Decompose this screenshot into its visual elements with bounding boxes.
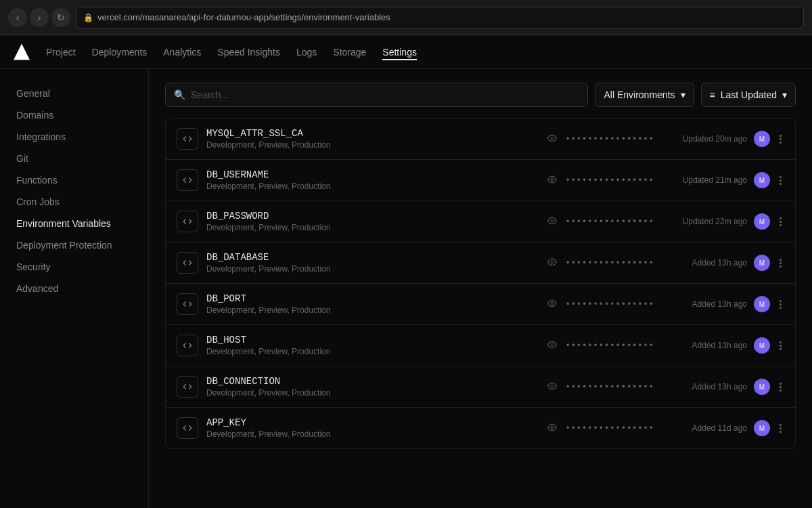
table-row: APP_KEY Development, Preview, Production… bbox=[166, 408, 795, 448]
env-info: MYSQL_ATTR_SSL_CA Development, Preview, … bbox=[206, 128, 537, 150]
nav-analytics[interactable]: Analytics bbox=[163, 44, 201, 60]
visibility-toggle[interactable] bbox=[545, 379, 560, 396]
more-options-button[interactable] bbox=[777, 380, 784, 394]
env-scope: Development, Preview, Production bbox=[206, 223, 537, 232]
sort-dropdown[interactable]: ≡ Last Updated ▾ bbox=[701, 83, 796, 107]
more-options-button[interactable] bbox=[777, 256, 784, 270]
svg-point-5 bbox=[551, 343, 554, 346]
visibility-toggle[interactable] bbox=[545, 296, 560, 313]
env-value-dots: •••••••••••••••• bbox=[565, 341, 654, 350]
code-icon bbox=[177, 211, 198, 232]
main-layout: General Domains Integrations Git Functio… bbox=[0, 69, 812, 508]
more-options-button[interactable] bbox=[777, 173, 784, 188]
table-row: MYSQL_ATTR_SSL_CA Development, Preview, … bbox=[166, 119, 795, 160]
sidebar-item-general[interactable]: General bbox=[0, 83, 148, 104]
env-meta: Added 13h ago M bbox=[662, 337, 784, 354]
env-info: DB_DATABASE Development, Preview, Produc… bbox=[206, 252, 537, 274]
env-timestamp: Added 13h ago bbox=[692, 299, 747, 309]
more-options-button[interactable] bbox=[777, 339, 784, 353]
svg-point-6 bbox=[551, 385, 554, 387]
env-meta: Updated 21m ago M bbox=[662, 172, 784, 188]
sidebar-item-environment-variables[interactable]: Environment Variables bbox=[0, 213, 148, 234]
env-timestamp: Added 11d ago bbox=[692, 423, 747, 433]
search-icon: 🔍 bbox=[174, 89, 185, 100]
env-name: DB_HOST bbox=[206, 335, 537, 345]
sidebar-item-advanced[interactable]: Advanced bbox=[0, 278, 148, 299]
avatar: M bbox=[754, 420, 770, 436]
visibility-toggle[interactable] bbox=[545, 420, 560, 437]
visibility-toggle[interactable] bbox=[545, 131, 560, 148]
url-text: vercel.com/masanarea/api-for-datumou-app… bbox=[97, 12, 390, 22]
env-meta: Updated 20m ago M bbox=[662, 131, 784, 147]
env-value-area: •••••••••••••••• bbox=[545, 131, 654, 148]
avatar: M bbox=[754, 296, 770, 312]
env-name: DB_DATABASE bbox=[206, 252, 537, 263]
env-scope: Development, Preview, Production bbox=[206, 347, 537, 356]
svg-point-0 bbox=[551, 137, 554, 140]
env-scope: Development, Preview, Production bbox=[206, 140, 537, 150]
sidebar: General Domains Integrations Git Functio… bbox=[0, 69, 149, 508]
nav-storage[interactable]: Storage bbox=[333, 44, 366, 60]
env-value-dots: •••••••••••••••• bbox=[565, 134, 654, 144]
env-value-area: •••••••••••••••• bbox=[545, 213, 654, 230]
search-input[interactable] bbox=[191, 89, 579, 100]
more-options-button[interactable] bbox=[777, 132, 784, 146]
more-options-button[interactable] bbox=[777, 297, 784, 312]
visibility-toggle[interactable] bbox=[545, 172, 560, 189]
avatar: M bbox=[754, 213, 770, 230]
visibility-toggle[interactable] bbox=[545, 255, 560, 272]
env-value-dots: •••••••••••••••• bbox=[565, 299, 654, 309]
env-scope: Development, Preview, Production bbox=[206, 388, 537, 398]
nav-settings[interactable]: Settings bbox=[382, 44, 417, 60]
env-value-area: •••••••••••••••• bbox=[545, 420, 654, 437]
visibility-toggle[interactable] bbox=[545, 213, 560, 230]
env-timestamp: Updated 21m ago bbox=[683, 175, 747, 185]
sidebar-item-deployment-protection[interactable]: Deployment Protection bbox=[0, 234, 148, 256]
forward-button[interactable]: › bbox=[30, 8, 49, 27]
more-options-button[interactable] bbox=[777, 421, 784, 436]
nav-speed-insights[interactable]: Speed Insights bbox=[217, 44, 280, 60]
sidebar-item-git[interactable]: Git bbox=[0, 148, 148, 169]
env-name: APP_KEY bbox=[206, 417, 537, 428]
visibility-toggle[interactable] bbox=[545, 337, 560, 354]
more-options-button[interactable] bbox=[777, 215, 784, 229]
nav-deployments[interactable]: Deployments bbox=[92, 44, 148, 60]
env-info: DB_PORT Development, Preview, Production bbox=[206, 293, 537, 315]
table-row: DB_CONNECTION Development, Preview, Prod… bbox=[166, 366, 795, 408]
back-button[interactable]: ‹ bbox=[8, 8, 27, 27]
env-value-dots: •••••••••••••••• bbox=[565, 258, 654, 268]
env-meta: Added 13h ago M bbox=[662, 296, 784, 312]
sort-label: Last Updated bbox=[721, 89, 777, 100]
env-info: DB_PASSWORD Development, Preview, Produc… bbox=[206, 211, 537, 232]
sidebar-item-integrations[interactable]: Integrations bbox=[0, 126, 148, 148]
address-bar[interactable]: 🔒 vercel.com/masanarea/api-for-datumou-a… bbox=[76, 7, 804, 28]
sidebar-item-functions[interactable]: Functions bbox=[0, 169, 148, 191]
nav-logs[interactable]: Logs bbox=[296, 44, 317, 60]
nav-project[interactable]: Project bbox=[46, 44, 76, 60]
code-icon bbox=[177, 293, 198, 315]
env-scope: Development, Preview, Production bbox=[206, 429, 537, 439]
svg-point-4 bbox=[551, 302, 554, 305]
code-icon bbox=[177, 128, 198, 150]
chevron-down-icon: ▾ bbox=[681, 89, 685, 100]
avatar: M bbox=[754, 131, 770, 147]
env-value-area: •••••••••••••••• bbox=[545, 296, 654, 313]
table-row: DB_USERNAME Development, Preview, Produc… bbox=[166, 160, 795, 201]
svg-point-7 bbox=[551, 426, 554, 429]
env-value-area: •••••••••••••••• bbox=[545, 255, 654, 272]
code-icon bbox=[177, 169, 198, 191]
refresh-button[interactable]: ↻ bbox=[51, 8, 70, 27]
sidebar-item-security[interactable]: Security bbox=[0, 256, 148, 278]
avatar: M bbox=[754, 172, 770, 188]
env-name: DB_PORT bbox=[206, 293, 537, 304]
sidebar-item-domains[interactable]: Domains bbox=[0, 104, 148, 126]
env-timestamp: Updated 20m ago bbox=[683, 134, 747, 144]
env-value-dots: •••••••••••••••• bbox=[565, 382, 654, 391]
search-box[interactable]: 🔍 bbox=[165, 83, 588, 107]
avatar: M bbox=[754, 379, 770, 395]
avatar: M bbox=[754, 337, 770, 354]
environment-filter-dropdown[interactable]: All Environments ▾ bbox=[595, 83, 694, 107]
sidebar-item-cron-jobs[interactable]: Cron Jobs bbox=[0, 191, 148, 213]
env-meta: Added 13h ago M bbox=[662, 255, 784, 271]
code-icon bbox=[177, 376, 198, 398]
